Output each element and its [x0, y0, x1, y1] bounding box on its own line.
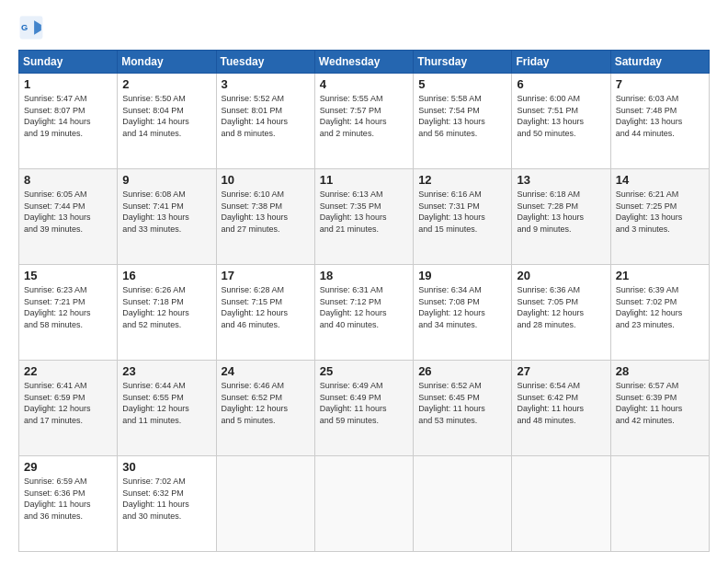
day-number: 15 [24, 269, 112, 282]
day-number: 9 [122, 173, 210, 187]
calendar-cell: 27Sunrise: 6:54 AMSunset: 6:42 PMDayligh… [512, 361, 610, 456]
day-number: 20 [517, 269, 605, 282]
cell-text: Sunrise: 5:55 AMSunset: 7:57 PMDaylight:… [320, 93, 408, 139]
day-number: 7 [616, 77, 704, 91]
calendar-cell: 4Sunrise: 5:55 AMSunset: 7:57 PMDaylight… [314, 74, 413, 169]
calendar-cell [314, 456, 413, 552]
calendar-cell: 28Sunrise: 6:57 AMSunset: 6:39 PMDayligh… [610, 361, 709, 456]
calendar-week-row: 29Sunrise: 6:59 AMSunset: 6:36 PMDayligh… [19, 456, 710, 552]
cell-text: Sunrise: 6:49 AMSunset: 6:49 PMDaylight:… [320, 380, 408, 426]
calendar-week-row: 1Sunrise: 5:47 AMSunset: 8:07 PMDaylight… [19, 74, 710, 169]
weekday-header-cell: Wednesday [314, 51, 413, 74]
calendar-cell: 14Sunrise: 6:21 AMSunset: 7:25 PMDayligh… [610, 169, 709, 265]
cell-text: Sunrise: 6:59 AMSunset: 6:36 PMDaylight:… [24, 476, 112, 522]
cell-text: Sunrise: 6:44 AMSunset: 6:55 PMDaylight:… [122, 380, 210, 426]
calendar-cell: 2Sunrise: 5:50 AMSunset: 8:04 PMDaylight… [118, 74, 216, 169]
weekday-header-row: SundayMondayTuesdayWednesdayThursdayFrid… [19, 51, 710, 74]
day-number: 19 [418, 269, 506, 282]
day-number: 1 [24, 77, 112, 91]
day-number: 24 [222, 364, 310, 378]
cell-text: Sunrise: 6:39 AMSunset: 7:02 PMDaylight:… [616, 284, 704, 330]
calendar-cell [610, 456, 709, 552]
day-number: 17 [222, 269, 310, 282]
calendar-body: 1Sunrise: 5:47 AMSunset: 8:07 PMDaylight… [19, 74, 710, 552]
cell-text: Sunrise: 6:16 AMSunset: 7:31 PMDaylight:… [418, 189, 506, 235]
calendar-cell: 23Sunrise: 6:44 AMSunset: 6:55 PMDayligh… [118, 361, 216, 456]
calendar-cell: 7Sunrise: 6:03 AMSunset: 7:48 PMDaylight… [610, 74, 709, 169]
day-number: 30 [122, 460, 210, 474]
calendar-cell: 24Sunrise: 6:46 AMSunset: 6:52 PMDayligh… [216, 361, 314, 456]
logo-icon: G [18, 15, 44, 40]
calendar-cell: 11Sunrise: 6:13 AMSunset: 7:35 PMDayligh… [314, 169, 413, 265]
day-number: 2 [122, 77, 210, 91]
calendar-cell: 6Sunrise: 6:00 AMSunset: 7:51 PMDaylight… [512, 74, 610, 169]
weekday-header-cell: Tuesday [216, 51, 314, 74]
cell-text: Sunrise: 6:23 AMSunset: 7:21 PMDaylight:… [24, 284, 112, 330]
header: G [18, 15, 710, 40]
calendar-cell [414, 456, 512, 552]
cell-text: Sunrise: 6:57 AMSunset: 6:39 PMDaylight:… [616, 380, 704, 426]
cell-text: Sunrise: 5:58 AMSunset: 7:54 PMDaylight:… [418, 93, 506, 139]
calendar-cell: 10Sunrise: 6:10 AMSunset: 7:38 PMDayligh… [216, 169, 314, 265]
day-number: 13 [517, 173, 605, 187]
cell-text: Sunrise: 6:41 AMSunset: 6:59 PMDaylight:… [24, 380, 112, 426]
calendar-cell: 25Sunrise: 6:49 AMSunset: 6:49 PMDayligh… [314, 361, 413, 456]
day-number: 3 [222, 77, 310, 91]
cell-text: Sunrise: 6:31 AMSunset: 7:12 PMDaylight:… [320, 284, 408, 330]
day-number: 27 [517, 364, 605, 378]
calendar-week-row: 22Sunrise: 6:41 AMSunset: 6:59 PMDayligh… [19, 361, 710, 456]
calendar-cell: 29Sunrise: 6:59 AMSunset: 6:36 PMDayligh… [19, 456, 118, 552]
calendar-cell: 20Sunrise: 6:36 AMSunset: 7:05 PMDayligh… [512, 265, 610, 361]
calendar-week-row: 15Sunrise: 6:23 AMSunset: 7:21 PMDayligh… [19, 265, 710, 361]
logo: G [18, 15, 48, 40]
calendar-cell: 8Sunrise: 6:05 AMSunset: 7:44 PMDaylight… [19, 169, 118, 265]
day-number: 25 [320, 364, 408, 378]
calendar-cell: 5Sunrise: 5:58 AMSunset: 7:54 PMDaylight… [414, 74, 512, 169]
day-number: 12 [418, 173, 506, 187]
weekday-header-cell: Sunday [19, 51, 118, 74]
calendar-cell: 18Sunrise: 6:31 AMSunset: 7:12 PMDayligh… [314, 265, 413, 361]
calendar-cell: 26Sunrise: 6:52 AMSunset: 6:45 PMDayligh… [414, 361, 512, 456]
weekday-header-cell: Monday [118, 51, 216, 74]
cell-text: Sunrise: 6:13 AMSunset: 7:35 PMDaylight:… [320, 189, 408, 235]
cell-text: Sunrise: 6:34 AMSunset: 7:08 PMDaylight:… [418, 284, 506, 330]
weekday-header-cell: Thursday [414, 51, 512, 74]
cell-text: Sunrise: 6:18 AMSunset: 7:28 PMDaylight:… [517, 189, 605, 235]
day-number: 16 [122, 269, 210, 282]
cell-text: Sunrise: 6:26 AMSunset: 7:18 PMDaylight:… [122, 284, 210, 330]
cell-text: Sunrise: 6:52 AMSunset: 6:45 PMDaylight:… [418, 380, 506, 426]
day-number: 18 [320, 269, 408, 282]
calendar-cell: 3Sunrise: 5:52 AMSunset: 8:01 PMDaylight… [216, 74, 314, 169]
cell-text: Sunrise: 6:00 AMSunset: 7:51 PMDaylight:… [517, 93, 605, 139]
calendar-cell: 15Sunrise: 6:23 AMSunset: 7:21 PMDayligh… [19, 265, 118, 361]
calendar-cell: 1Sunrise: 5:47 AMSunset: 8:07 PMDaylight… [19, 74, 118, 169]
cell-text: Sunrise: 6:10 AMSunset: 7:38 PMDaylight:… [222, 189, 310, 235]
cell-text: Sunrise: 6:21 AMSunset: 7:25 PMDaylight:… [616, 189, 704, 235]
cell-text: Sunrise: 5:50 AMSunset: 8:04 PMDaylight:… [122, 93, 210, 139]
cell-text: Sunrise: 6:46 AMSunset: 6:52 PMDaylight:… [222, 380, 310, 426]
svg-text:G: G [21, 23, 28, 32]
page: G SundayMondayTuesdayWednesdayThursdayFr… [0, 0, 728, 563]
weekday-header-cell: Friday [512, 51, 610, 74]
calendar-week-row: 8Sunrise: 6:05 AMSunset: 7:44 PMDaylight… [19, 169, 710, 265]
cell-text: Sunrise: 7:02 AMSunset: 6:32 PMDaylight:… [122, 476, 210, 522]
day-number: 26 [418, 364, 506, 378]
cell-text: Sunrise: 6:54 AMSunset: 6:42 PMDaylight:… [517, 380, 605, 426]
calendar-cell: 9Sunrise: 6:08 AMSunset: 7:41 PMDaylight… [118, 169, 216, 265]
day-number: 22 [24, 364, 112, 378]
calendar-cell: 13Sunrise: 6:18 AMSunset: 7:28 PMDayligh… [512, 169, 610, 265]
day-number: 28 [616, 364, 704, 378]
calendar-cell [512, 456, 610, 552]
cell-text: Sunrise: 6:28 AMSunset: 7:15 PMDaylight:… [222, 284, 310, 330]
weekday-header-cell: Saturday [610, 51, 709, 74]
calendar-cell: 21Sunrise: 6:39 AMSunset: 7:02 PMDayligh… [610, 265, 709, 361]
calendar-table: SundayMondayTuesdayWednesdayThursdayFrid… [18, 50, 710, 552]
calendar-cell [216, 456, 314, 552]
cell-text: Sunrise: 6:03 AMSunset: 7:48 PMDaylight:… [616, 93, 704, 139]
calendar-cell: 22Sunrise: 6:41 AMSunset: 6:59 PMDayligh… [19, 361, 118, 456]
day-number: 4 [320, 77, 408, 91]
day-number: 5 [418, 77, 506, 91]
calendar-cell: 19Sunrise: 6:34 AMSunset: 7:08 PMDayligh… [414, 265, 512, 361]
cell-text: Sunrise: 6:36 AMSunset: 7:05 PMDaylight:… [517, 284, 605, 330]
cell-text: Sunrise: 6:05 AMSunset: 7:44 PMDaylight:… [24, 189, 112, 235]
